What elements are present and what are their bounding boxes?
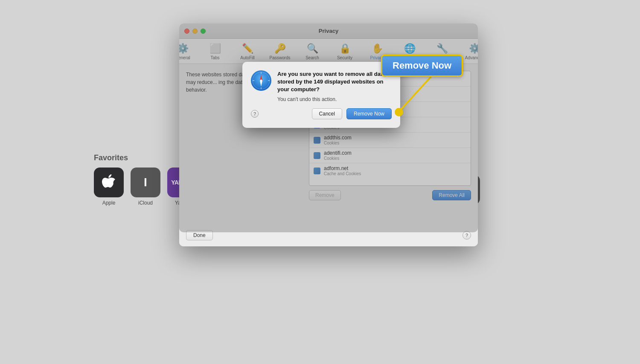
help-button[interactable]: ? (463, 231, 471, 240)
icloud-favicon: I (131, 168, 160, 197)
icloud-label: iCloud (138, 200, 153, 206)
svg-point-8 (260, 80, 262, 82)
apple-label: Apple (102, 200, 116, 206)
confirm-subtitle: You can't undo this action. (277, 96, 392, 102)
confirm-buttons: ? Cancel Remove Now (251, 108, 392, 119)
cancel-button[interactable]: Cancel (312, 108, 342, 119)
list-item[interactable]: I iCloud (131, 168, 160, 206)
remove-now-button[interactable]: Remove Now (346, 108, 392, 119)
confirm-title: Are you sure you want to remove all data… (277, 70, 392, 94)
callout-box: Remove Now (381, 55, 463, 77)
confirm-text-block: Are you sure you want to remove all data… (277, 70, 392, 102)
confirm-dialog: Are you sure you want to remove all data… (242, 62, 400, 128)
callout-annotation: Remove Now (381, 55, 463, 77)
confirm-content: Are you sure you want to remove all data… (251, 70, 392, 102)
list-item[interactable]: Apple (94, 168, 124, 206)
confirm-help-button[interactable]: ? (251, 110, 259, 118)
apple-favicon (94, 168, 124, 197)
safari-icon (251, 70, 271, 91)
